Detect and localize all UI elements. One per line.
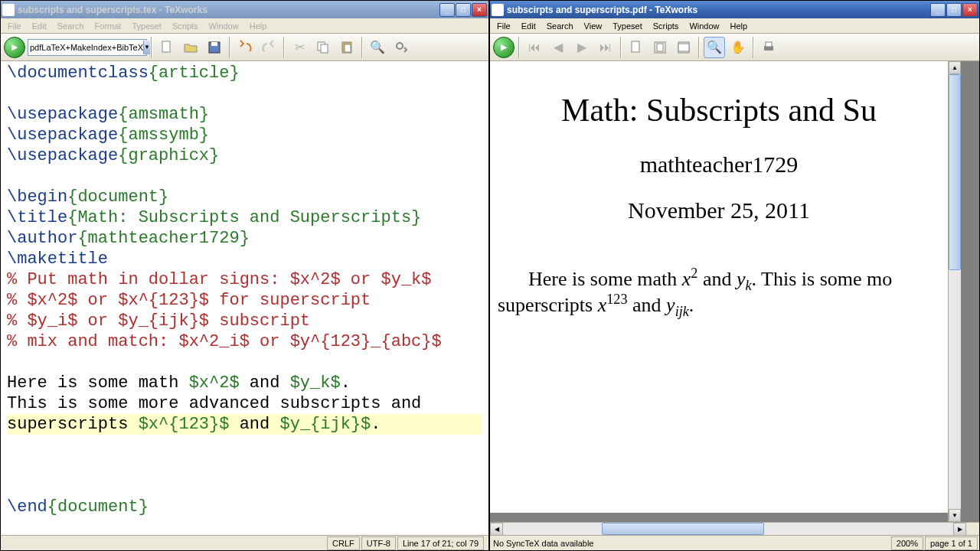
search-icon[interactable]: 🔍 — [367, 37, 388, 58]
separator — [283, 37, 285, 58]
chevron-down-icon: ▼ — [143, 41, 150, 54]
fit-width-icon[interactable] — [673, 37, 694, 58]
menu-file[interactable]: File — [2, 20, 27, 32]
magnify-icon[interactable]: 🔍 — [704, 37, 725, 58]
prev-page-icon: ◀ — [547, 37, 569, 58]
print-icon[interactable] — [758, 37, 779, 58]
source-editor[interactable]: \documentclass{article} \usepackage{amsm… — [1, 61, 488, 535]
undo-icon[interactable] — [234, 37, 256, 58]
scroll-thumb[interactable] — [949, 74, 961, 270]
actual-size-icon[interactable] — [626, 37, 647, 58]
svg-rect-8 — [632, 41, 639, 52]
pdf-title: Math: Subscripts and Su — [498, 92, 940, 129]
scroll-left-icon[interactable]: ◀ — [490, 523, 503, 536]
source-titlebar[interactable]: subscripts and superscripts.tex - TeXwor… — [1, 1, 488, 18]
svg-rect-6 — [345, 44, 351, 52]
fit-window-icon[interactable] — [649, 37, 671, 58]
source-title: subscripts and superscripts.tex - TeXwor… — [18, 5, 439, 15]
status-encoding[interactable]: UTF-8 — [361, 536, 396, 550]
preview-title: subscirpts and superscripts.pdf - TeXwor… — [507, 5, 930, 15]
pdf-author: mathteacher1729 — [498, 152, 940, 178]
save-file-icon[interactable] — [204, 37, 225, 58]
menu-help[interactable]: Help — [725, 20, 753, 32]
scroll-up-icon[interactable]: ▲ — [949, 61, 961, 74]
status-cursor: Line 17 of 21; col 79 — [397, 536, 484, 550]
vertical-scrollbar[interactable]: ▲ ▼ — [948, 61, 961, 522]
scroll-right-icon[interactable]: ▶ — [953, 523, 966, 536]
menu-edit[interactable]: Edit — [27, 20, 52, 32]
pdf-body: Here is some math x2 and yk. This is som… — [498, 266, 940, 318]
svg-rect-12 — [678, 44, 689, 51]
menu-search[interactable]: Search — [52, 20, 90, 32]
pdf-page: Math: Subscripts and Su mathteacher1729 … — [490, 61, 948, 513]
preview-toolbar: ▶ ⏮ ◀ ▶ ⏭ 🔍 ✋ — [490, 34, 979, 61]
svg-rect-14 — [766, 42, 772, 47]
editor-content[interactable]: \documentclass{article} \usepackage{amsm… — [1, 61, 488, 519]
maximize-button[interactable]: □ — [456, 3, 471, 17]
separator — [361, 37, 363, 58]
status-zoom[interactable]: 200% — [891, 536, 923, 550]
pdf-viewer[interactable]: Math: Subscripts and Su mathteacher1729 … — [490, 61, 979, 535]
typeset-button[interactable]: ▶ — [493, 37, 514, 58]
svg-rect-0 — [162, 41, 170, 52]
menu-help[interactable]: Help — [244, 20, 273, 32]
engine-combo[interactable]: pdfLaTeX+MakeIndex+BibTeX ▼ — [28, 39, 147, 56]
app-icon — [492, 4, 504, 16]
status-synctex: No SyncTeX data available — [493, 539, 888, 548]
source-menubar: File Edit Search Format Typeset Scripts … — [1, 18, 488, 34]
menu-scripts[interactable]: Scripts — [648, 20, 684, 32]
preview-statusbar: No SyncTeX data available 200% page 1 of… — [490, 535, 979, 550]
menu-typeset[interactable]: Typeset — [126, 20, 167, 32]
replace-icon[interactable] — [390, 37, 412, 58]
status-page[interactable]: page 1 of 1 — [925, 536, 978, 550]
menu-file[interactable]: File — [492, 20, 516, 32]
source-statusbar: CRLF UTF-8 Line 17 of 21; col 79 — [1, 535, 488, 550]
menu-view[interactable]: View — [579, 20, 608, 32]
maximize-button[interactable]: □ — [946, 3, 962, 17]
first-page-icon: ⏮ — [524, 37, 545, 58]
last-page-icon: ⏭ — [595, 37, 616, 58]
horizontal-scrollbar[interactable]: ◀ ▶ — [490, 522, 979, 535]
menu-window[interactable]: Window — [684, 20, 724, 32]
separator — [518, 37, 520, 58]
app-icon — [2, 4, 15, 16]
typeset-button[interactable]: ▶ — [4, 37, 25, 58]
menu-typeset[interactable]: Typeset — [607, 20, 648, 32]
engine-combo-label: pdfLaTeX+MakeIndex+BibTeX — [30, 43, 143, 52]
svg-rect-2 — [211, 42, 217, 46]
menu-edit[interactable]: Edit — [516, 20, 541, 32]
scroll-down-icon[interactable]: ▼ — [949, 509, 961, 522]
menu-scripts[interactable]: Scripts — [167, 20, 204, 32]
separator — [753, 37, 754, 58]
preview-titlebar[interactable]: subscirpts and superscripts.pdf - TeXwor… — [490, 1, 979, 18]
menu-format[interactable]: Format — [90, 20, 127, 32]
new-file-icon[interactable] — [156, 37, 178, 58]
source-toolbar: ▶ pdfLaTeX+MakeIndex+BibTeX ▼ ✂ 🔍 — [1, 34, 488, 61]
separator — [698, 37, 700, 58]
scroll-thumb-h[interactable] — [602, 523, 764, 535]
preview-menubar: File Edit Search View Typeset Scripts Wi… — [490, 18, 979, 34]
scroll-hand-icon[interactable]: ✋ — [727, 37, 749, 58]
next-page-icon: ▶ — [571, 37, 593, 58]
svg-rect-10 — [657, 44, 663, 51]
paste-icon[interactable] — [336, 37, 358, 58]
menu-search[interactable]: Search — [541, 20, 579, 32]
svg-rect-4 — [321, 44, 328, 53]
pdf-date: November 25, 2011 — [498, 197, 940, 223]
open-file-icon[interactable] — [180, 37, 201, 58]
minimize-button[interactable]: _ — [930, 3, 946, 17]
menu-window[interactable]: Window — [204, 20, 244, 32]
source-window: subscripts and superscripts.tex - TeXwor… — [0, 0, 489, 551]
status-lineending[interactable]: CRLF — [327, 536, 360, 550]
copy-icon[interactable] — [312, 37, 334, 58]
cut-icon: ✂ — [289, 37, 310, 58]
close-button[interactable]: × — [962, 3, 978, 17]
scrollbar-corner — [966, 523, 979, 535]
preview-window: subscirpts and superscripts.pdf - TeXwor… — [489, 0, 980, 551]
close-button[interactable]: × — [472, 3, 487, 17]
svg-point-7 — [397, 43, 403, 49]
separator — [229, 37, 230, 58]
separator — [620, 37, 622, 58]
minimize-button[interactable]: _ — [439, 3, 455, 17]
separator — [151, 37, 152, 58]
